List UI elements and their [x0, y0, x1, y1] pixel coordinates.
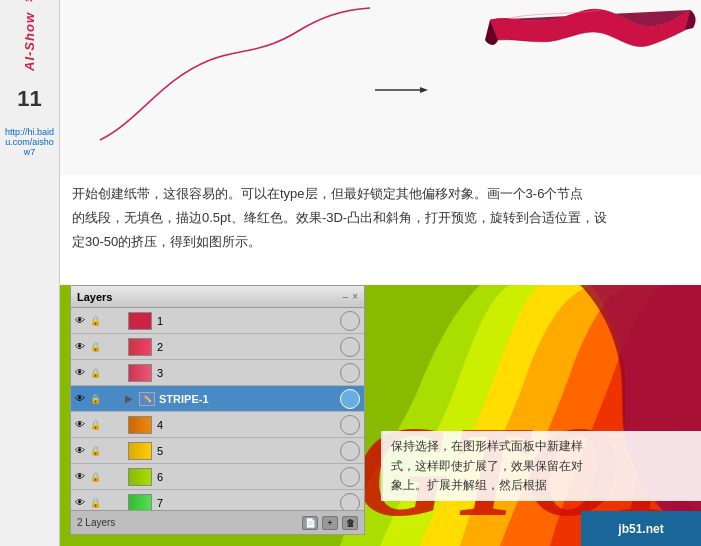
- layers-close[interactable]: ×: [352, 291, 358, 302]
- text-description: 开始创建纸带，这很容易的。可以在type层，但最好锁定其他偏移对象。画一个3-6…: [60, 175, 701, 261]
- lock-icon[interactable]: 🔒: [88, 496, 102, 510]
- overlay-line1: 保持选择，在图形样式面板中新建样: [391, 437, 693, 456]
- visibility-icon[interactable]: 👁: [73, 392, 87, 406]
- add-page-button[interactable]: 📄: [302, 516, 318, 530]
- layer-icons: 👁 🔒: [71, 418, 125, 432]
- layers-footer: 2 Layers 📄 + 🗑: [71, 510, 364, 534]
- layer-thumbnail: [128, 416, 152, 434]
- layers-title[interactable]: Layers: [77, 291, 112, 303]
- layer-row[interactable]: 👁 🔒 1: [71, 308, 364, 334]
- layer-icons: 👁 🔒: [71, 366, 125, 380]
- desc-line3: 定30-50的挤压，得到如图所示。: [72, 231, 689, 253]
- layer-name: 2: [155, 341, 340, 353]
- layer-name: 6: [155, 471, 340, 483]
- layer-row[interactable]: 👁 🔒 2: [71, 334, 364, 360]
- layer-icons: 👁 🔒: [71, 470, 125, 484]
- layer-row-selected[interactable]: 👁 🔒 ▶ ✏️ STRIPE-1: [71, 386, 364, 412]
- layer-row[interactable]: 👁 🔒 6: [71, 464, 364, 490]
- overlay-line2: 式，这样即使扩展了，效果保留在对: [391, 457, 693, 476]
- layer-indicator: [340, 389, 360, 409]
- lock-icon[interactable]: 🔒: [88, 470, 102, 484]
- watermark-text: jb51.net: [618, 522, 663, 536]
- main-content: 开始创建纸带，这很容易的。可以在type层，但最好锁定其他偏移对象。画一个3-6…: [60, 0, 701, 546]
- visibility-icon[interactable]: 👁: [73, 470, 87, 484]
- overlay-line3: 象上。扩展并解组，然后根据: [391, 476, 693, 495]
- layer-row[interactable]: 👁 🔒 3: [71, 360, 364, 386]
- visibility-icon[interactable]: 👁: [73, 444, 87, 458]
- delete-layer-button[interactable]: 🗑: [342, 516, 358, 530]
- layer-name: 3: [155, 367, 340, 379]
- sidebar-url[interactable]: http://hi.baidu.com/aishow7: [0, 127, 59, 157]
- desc-line2: 的线段，无填色，描边0.5pt、绛红色。效果-3D-凸出和斜角，打开预览，旋转到…: [72, 207, 689, 229]
- layers-body: 👁 🔒 1 👁 🔒 2: [71, 308, 364, 510]
- layer-row[interactable]: 👁 🔒 5: [71, 438, 364, 464]
- lock-icon[interactable]: 🔒: [88, 340, 102, 354]
- add-layer-button[interactable]: +: [322, 516, 338, 530]
- layers-header: Layers – ×: [71, 286, 364, 308]
- layer-indicator: [340, 311, 360, 331]
- layer-name: 4: [155, 419, 340, 431]
- layer-icons: 👁 🔒: [71, 496, 125, 510]
- layer-thumbnail: [128, 494, 152, 511]
- layer-indicator: [340, 363, 360, 383]
- lock-icon[interactable]: 🔒: [88, 392, 102, 406]
- lock-icon[interactable]: 🔒: [88, 366, 102, 380]
- layer-name: 7: [155, 497, 340, 509]
- layer-thumbnail: [128, 364, 152, 382]
- layer-thumbnail: [128, 312, 152, 330]
- visibility-icon[interactable]: 👁: [73, 496, 87, 510]
- top-diagram: [60, 0, 701, 175]
- visibility-icon[interactable]: 👁: [73, 366, 87, 380]
- layer-thumbnail: [128, 338, 152, 356]
- layers-count: 2 Layers: [77, 517, 115, 528]
- desc-line1: 开始创建纸带，这很容易的。可以在type层，但最好锁定其他偏移对象。画一个3-6…: [72, 183, 689, 205]
- layer-name: 1: [155, 315, 340, 327]
- layers-minimize[interactable]: –: [343, 291, 349, 302]
- layer-row[interactable]: 👁 🔒 4: [71, 412, 364, 438]
- bottom-area: GTOR Layers – × 👁 🔒: [60, 285, 701, 546]
- lock-icon[interactable]: 🔒: [88, 418, 102, 432]
- visibility-icon[interactable]: 👁: [73, 418, 87, 432]
- layer-thumbnail: [128, 442, 152, 460]
- watermark: jb51.net: [581, 511, 701, 546]
- sidebar-number: 11: [17, 86, 41, 112]
- layers-panel: Layers – × 👁 🔒 1: [70, 285, 365, 535]
- layer-icons: 👁 🔒: [71, 444, 125, 458]
- overlay-text-box: 保持选择，在图形样式面板中新建样 式，这样即使扩展了，效果保留在对 象上。扩展并…: [381, 431, 701, 501]
- sidebar-title: AI-Show教程: [21, 0, 39, 81]
- lock-icon[interactable]: 🔒: [88, 314, 102, 328]
- layers-window-controls: – ×: [343, 291, 358, 302]
- layer-indicator: [340, 415, 360, 435]
- layer-name: 5: [155, 445, 340, 457]
- layer-icons: 👁 🔒: [71, 314, 125, 328]
- visibility-icon[interactable]: 👁: [73, 340, 87, 354]
- layer-indicator: [340, 467, 360, 487]
- layer-icons: 👁 🔒: [71, 340, 125, 354]
- layer-indicator: [340, 337, 360, 357]
- layer-thumbnail: ✏️: [139, 392, 155, 406]
- layer-row[interactable]: 👁 🔒 7: [71, 490, 364, 510]
- left-sidebar: AI-Show教程 11 http://hi.baidu.com/aishow7: [0, 0, 60, 546]
- expand-icon[interactable]: ▶: [125, 393, 137, 404]
- layer-indicator: [340, 441, 360, 461]
- visibility-icon[interactable]: 👁: [73, 314, 87, 328]
- lock-icon[interactable]: 🔒: [88, 444, 102, 458]
- layer-thumbnail: [128, 468, 152, 486]
- layer-icons: 👁 🔒: [71, 392, 125, 406]
- layer-name: STRIPE-1: [157, 393, 340, 405]
- layer-indicator: [340, 493, 360, 511]
